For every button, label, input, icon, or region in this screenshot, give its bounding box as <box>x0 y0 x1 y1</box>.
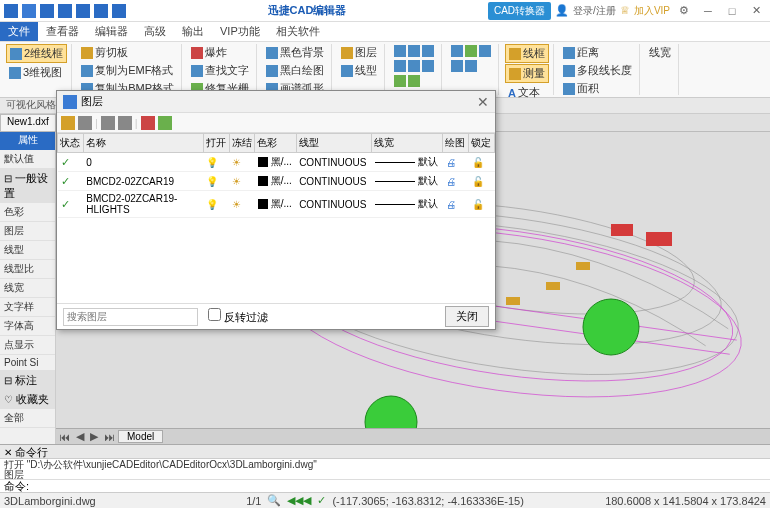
layer-button[interactable]: 图层 <box>338 44 380 61</box>
sidebar-item[interactable]: 线宽 <box>0 279 55 298</box>
sun-icon[interactable]: ☀ <box>229 153 255 172</box>
bulb-icon[interactable]: 💡 <box>203 191 229 218</box>
grid-icon[interactable]: ✓ <box>317 494 326 507</box>
table-row[interactable]: ✓ 0 💡 ☀ 黑/... CONTINUOUS 默认 🖨 🔓 <box>58 153 495 172</box>
invert-filter-checkbox[interactable]: 反转过滤 <box>208 308 268 325</box>
file-tab[interactable]: New1.dxf <box>0 114 56 131</box>
undo-icon[interactable] <box>58 4 72 18</box>
sun-icon[interactable]: ☀ <box>229 172 255 191</box>
dialog-titlebar[interactable]: 图层 ✕ <box>57 91 495 113</box>
apply-icon[interactable] <box>158 116 172 130</box>
layer-lineweight[interactable]: 默认 <box>372 191 443 218</box>
blackbg-button[interactable]: 黑色背景 <box>263 44 327 61</box>
vip-button[interactable]: 加入VIP <box>634 4 670 18</box>
clear-icon[interactable] <box>141 116 155 130</box>
linetype-button[interactable]: 线型 <box>338 62 380 79</box>
tab-nav-prev[interactable]: ◀ <box>73 430 87 443</box>
layer-lineweight[interactable]: 默认 <box>372 172 443 191</box>
area-button[interactable]: 面积 <box>560 80 635 97</box>
sidebar-item[interactable]: 线型 <box>0 241 55 260</box>
wireframe2d-button[interactable]: 2维线框 <box>6 44 67 63</box>
open-icon[interactable] <box>40 4 54 18</box>
layer-state-icon[interactable] <box>118 116 132 130</box>
minimize-button[interactable]: ─ <box>698 3 718 19</box>
nav-prev-icon[interactable]: ◀◀◀ <box>287 494 311 507</box>
tab-nav-first[interactable]: ⏮ <box>56 431 73 443</box>
cad-convert-button[interactable]: CAD转换器 <box>488 2 551 20</box>
plot-icon[interactable]: 🖨 <box>443 172 469 191</box>
col-name[interactable]: 名称 <box>83 134 203 153</box>
tab-file[interactable]: 文件 <box>0 22 38 41</box>
findtext-button[interactable]: 查找文字 <box>188 62 252 79</box>
sidebar-item[interactable]: Point Si <box>0 355 55 371</box>
lock-icon[interactable]: 🔓 <box>469 153 495 172</box>
dialog-close-button[interactable]: ✕ <box>477 94 489 110</box>
bulb-icon[interactable]: 💡 <box>203 153 229 172</box>
layer-lineweight[interactable]: 默认 <box>372 153 443 172</box>
orbit-icons[interactable] <box>448 44 494 58</box>
command-input[interactable] <box>29 481 766 492</box>
redo-icon[interactable] <box>76 4 90 18</box>
layer-color[interactable]: 黑/... <box>255 172 296 191</box>
view-icons[interactable] <box>391 59 437 73</box>
col-ltype[interactable]: 线型 <box>296 134 372 153</box>
lock-icon[interactable]: 🔓 <box>469 191 495 218</box>
polylen-button[interactable]: 多段线长度 <box>560 62 635 79</box>
new-layer-icon[interactable] <box>61 116 75 130</box>
measure-button[interactable]: 测量 <box>505 64 549 83</box>
sidebar-defaults[interactable]: 默认值 <box>0 150 55 169</box>
zoom-icons[interactable] <box>391 44 437 58</box>
explode-button[interactable]: 爆炸 <box>188 44 252 61</box>
text-button[interactable]: A文本 <box>505 84 549 101</box>
bwdraw-button[interactable]: 黑白绘图 <box>263 62 327 79</box>
tab-nav-last[interactable]: ⏭ <box>101 431 118 443</box>
wireframe-button[interactable]: 线框 <box>505 44 549 63</box>
col-color[interactable]: 色彩 <box>255 134 296 153</box>
col-state[interactable]: 状态 <box>58 134 84 153</box>
maximize-button[interactable]: □ <box>722 3 742 19</box>
delete-layer-icon[interactable] <box>78 116 92 130</box>
tab-editor[interactable]: 编辑器 <box>87 22 136 41</box>
sidebar-item[interactable]: 文字样 <box>0 298 55 317</box>
settings-icon[interactable]: ⚙ <box>674 3 694 19</box>
model-tab[interactable]: Model <box>118 430 163 443</box>
sidebar-item[interactable]: 图层 <box>0 222 55 241</box>
view3d-button[interactable]: 3维视图 <box>6 64 67 81</box>
tab-advanced[interactable]: 高级 <box>136 22 174 41</box>
col-freeze[interactable]: 冻结 <box>229 134 255 153</box>
tab-output[interactable]: 输出 <box>174 22 212 41</box>
lineweight-button[interactable]: 线宽 <box>646 44 674 61</box>
distance-button[interactable]: 距离 <box>560 44 635 61</box>
layer-linetype[interactable]: CONTINUOUS <box>296 191 372 218</box>
col-lweight[interactable]: 线宽 <box>372 134 443 153</box>
lock-icon[interactable]: 🔓 <box>469 172 495 191</box>
copy-emf-button[interactable]: 复制为EMF格式 <box>78 62 177 79</box>
nav-icons[interactable] <box>391 74 437 88</box>
tab-viewer[interactable]: 查看器 <box>38 22 87 41</box>
save-icon[interactable] <box>22 4 36 18</box>
layer-linetype[interactable]: CONTINUOUS <box>296 153 372 172</box>
search-layer-input[interactable] <box>63 308 198 326</box>
sidebar-item[interactable]: 色彩 <box>0 203 55 222</box>
sidebar-tab-attributes[interactable]: 属性 <box>0 132 55 150</box>
bulb-icon[interactable]: 💡 <box>203 172 229 191</box>
table-row[interactable]: ✓ BMCD2-02ZCAR19 💡 ☀ 黑/... CONTINUOUS 默认… <box>58 172 495 191</box>
more-icon[interactable] <box>112 4 126 18</box>
close-button[interactable]: ✕ <box>746 3 766 19</box>
clipboard-button[interactable]: 剪切板 <box>78 44 177 61</box>
tab-related[interactable]: 相关软件 <box>268 22 328 41</box>
dialog-close-btn[interactable]: 关闭 <box>445 306 489 327</box>
print-icon[interactable] <box>94 4 108 18</box>
layer-linetype[interactable]: CONTINUOUS <box>296 172 372 191</box>
table-row[interactable]: ✓ BMCD2-02ZCAR19-HLIGHTS 💡 ☀ 黑/... CONTI… <box>58 191 495 218</box>
sun-icon[interactable]: ☀ <box>229 191 255 218</box>
sidebar-all[interactable]: 全部 <box>0 409 55 428</box>
col-open[interactable]: 打开 <box>203 134 229 153</box>
sidebar-item[interactable]: 点显示 <box>0 336 55 355</box>
tab-vip[interactable]: VIP功能 <box>212 22 268 41</box>
sidebar-item[interactable]: 线型比 <box>0 260 55 279</box>
current-layer-icon[interactable] <box>101 116 115 130</box>
zoom-icon[interactable]: 🔍 <box>267 494 281 507</box>
pan-icons[interactable] <box>448 59 494 73</box>
sidebar-item[interactable]: 字体高 <box>0 317 55 336</box>
